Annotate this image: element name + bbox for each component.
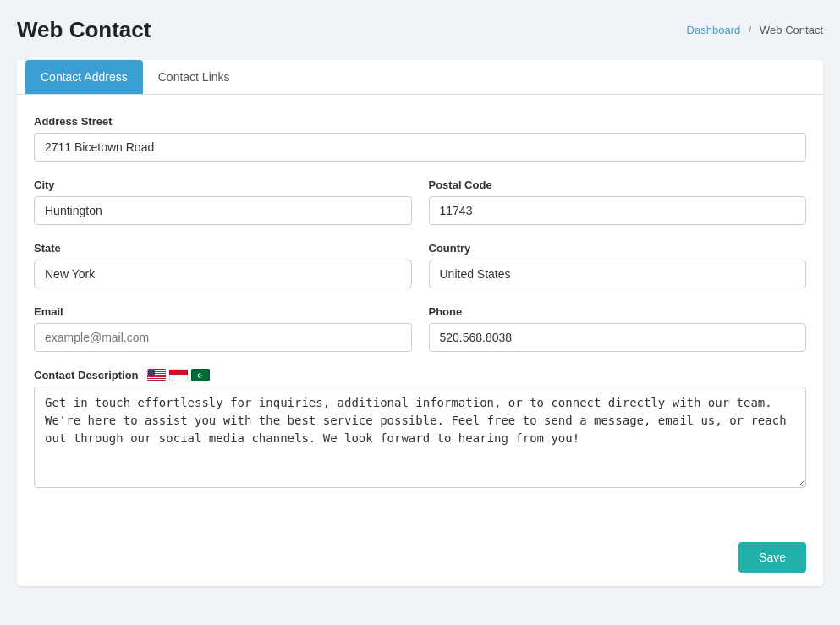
form-body: Address Street City Postal Code State [17,95,823,529]
address-street-input[interactable] [34,133,806,162]
description-textarea[interactable]: Get in touch effortlessly for inquiries,… [34,387,806,488]
phone-input[interactable] [429,323,807,352]
flag-us-icon[interactable] [147,369,166,381]
phone-label: Phone [429,305,807,318]
state-label: State [34,242,412,255]
city-label: City [34,178,412,191]
breadcrumb: Dashboard / Web Contact [687,24,823,36]
postal-code-label: Postal Code [429,178,807,191]
state-input[interactable] [34,260,412,288]
postal-code-group: Postal Code [429,178,807,225]
city-input[interactable] [34,196,412,225]
page-title: Web Contact [17,17,151,43]
breadcrumb-dashboard-link[interactable]: Dashboard [687,24,741,36]
flag-id-icon[interactable] [169,369,188,381]
address-street-label: Address Street [34,115,806,128]
main-card: Contact Address Contact Links Address St… [17,60,823,586]
breadcrumb-current: Web Contact [760,24,823,36]
tab-contact-address[interactable]: Contact Address [25,60,143,94]
country-group: Country [429,242,807,288]
city-postal-row: City Postal Code [34,178,806,242]
description-label: Contact Description [34,369,139,381]
state-country-row: State Country [34,242,806,305]
tab-bar: Contact Address Contact Links [17,60,823,95]
phone-group: Phone [429,305,807,352]
description-label-row: Contact Description [34,369,806,381]
flag-icons [147,369,210,381]
form-footer: Save [17,529,823,586]
save-button[interactable]: Save [738,542,806,573]
tab-contact-links[interactable]: Contact Links [143,60,245,94]
state-group: State [34,242,412,288]
postal-code-input[interactable] [429,196,807,225]
email-input[interactable] [34,323,412,352]
country-input[interactable] [429,260,807,288]
email-phone-row: Email Phone [34,305,806,369]
flag-sa-icon[interactable] [191,369,210,381]
email-group: Email [34,305,412,352]
page-header: Web Contact Dashboard / Web Contact [17,17,823,43]
country-label: Country [429,242,807,255]
city-group: City [34,178,412,225]
description-group: Contact Description Get in touch effortl… [34,369,806,491]
email-label: Email [34,305,412,318]
address-street-group: Address Street [34,115,806,162]
breadcrumb-separator: / [749,24,752,36]
